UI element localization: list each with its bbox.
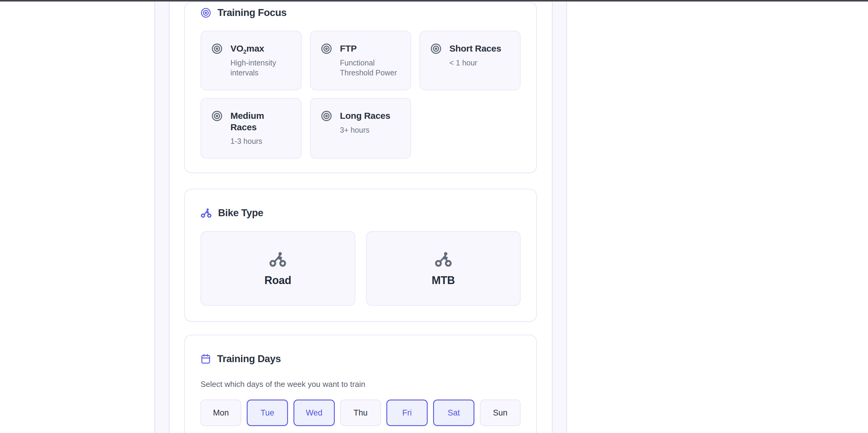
bike-card-road[interactable]: Road (200, 231, 355, 306)
cyclist-icon (269, 251, 286, 268)
option-card-ftp[interactable]: FTP Functional Threshold Power (310, 31, 411, 90)
day-button-mon[interactable]: Mon (200, 400, 241, 426)
option-title: Long Races (340, 110, 390, 122)
form-content-column: Training Focus VO2max High-intensity int… (184, 2, 537, 433)
target-icon (200, 7, 211, 18)
bike-type-header: Bike Type (200, 207, 521, 219)
section-title: Training Days (217, 353, 281, 365)
option-card-medium-races[interactable]: Medium Races 1-3 hours (200, 98, 302, 159)
right-accent-rail (552, 1, 567, 433)
day-button-thu[interactable]: Thu (340, 400, 381, 426)
target-icon (321, 43, 332, 54)
day-button-tue[interactable]: Tue (247, 400, 288, 426)
option-subtitle: < 1 hour (450, 58, 501, 68)
left-accent-rail (154, 1, 169, 433)
option-title: Short Races (450, 43, 501, 54)
option-title: Medium Races (230, 110, 291, 133)
day-button-sun[interactable]: Sun (480, 400, 521, 426)
option-title: VO2max (230, 43, 291, 54)
day-button-sat[interactable]: Sat (433, 400, 474, 426)
training-days-subtitle: Select which days of the week you want t… (200, 379, 521, 390)
option-card-vo2max[interactable]: VO2max High-intensity intervals (200, 31, 302, 90)
training-focus-options: VO2max High-intensity intervals FTP Func… (200, 31, 521, 159)
target-icon (211, 111, 223, 122)
option-title: FTP (340, 43, 400, 54)
calendar-icon (200, 354, 211, 364)
bike-type-section: Bike Type Road MTB (184, 189, 537, 322)
target-icon (321, 111, 332, 122)
option-subtitle: 3+ hours (340, 125, 390, 135)
day-button-wed[interactable]: Wed (293, 400, 335, 426)
option-card-long-races[interactable]: Long Races 3+ hours (310, 98, 411, 159)
section-title: Training Focus (217, 7, 286, 19)
option-subtitle: 1-3 hours (230, 136, 291, 147)
bike-type-options: Road MTB (200, 231, 521, 306)
training-days-row: Mon Tue Wed Thu Fri Sat Sun (200, 400, 521, 426)
bike-card-mtb[interactable]: MTB (366, 231, 521, 306)
option-subtitle: Functional Threshold Power (340, 58, 400, 79)
training-days-section: Training Days Select which days of the w… (184, 335, 537, 433)
training-days-header: Training Days (200, 353, 521, 365)
option-card-short-races[interactable]: Short Races < 1 hour (420, 31, 521, 90)
bike-label: MTB (432, 274, 455, 287)
section-title: Bike Type (218, 207, 263, 219)
cyclist-icon (200, 208, 212, 219)
training-focus-header: Training Focus (200, 7, 521, 19)
top-edge-bar (0, 0, 868, 1)
target-icon (430, 43, 441, 54)
cyclist-icon (435, 251, 452, 268)
training-focus-section: Training Focus VO2max High-intensity int… (184, 2, 537, 173)
option-subtitle: High-intensity intervals (230, 58, 291, 79)
bike-label: Road (265, 274, 291, 287)
day-button-fri[interactable]: Fri (386, 400, 428, 426)
target-icon (211, 43, 223, 54)
